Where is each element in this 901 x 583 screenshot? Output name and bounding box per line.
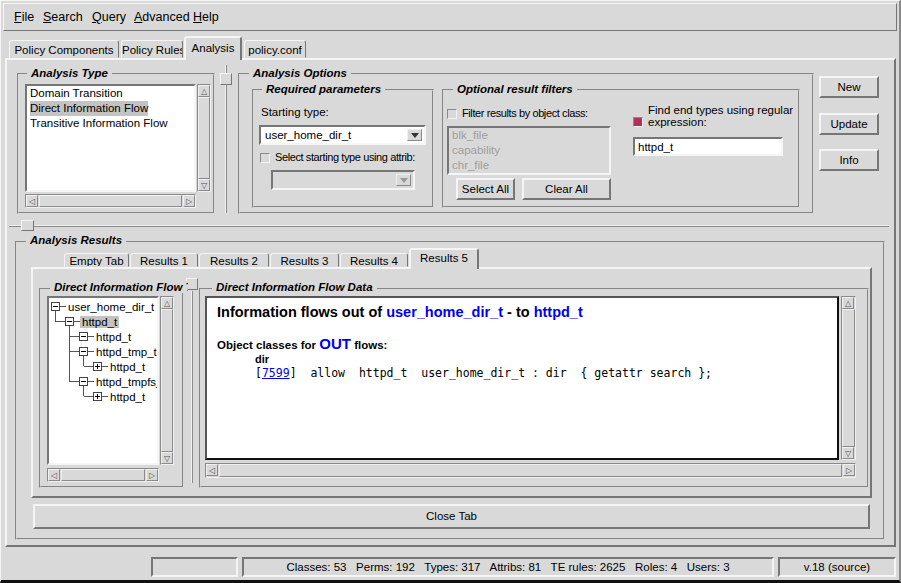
flow-heading: Information flows out of user_home_dir_t… [217, 304, 583, 320]
tab-results-5[interactable]: Results 5 [409, 248, 479, 269]
menu-file[interactable]: File [14, 10, 34, 24]
tree-node-label[interactable]: user_home_dir_t [66, 301, 156, 313]
collapse-icon[interactable] [65, 317, 74, 326]
menu-advanced[interactable]: Advanced [134, 10, 190, 24]
scroll-thumb[interactable] [39, 195, 182, 207]
pane-sash-handle[interactable] [220, 73, 232, 85]
flow-data-title: Direct Information Flow Data [212, 281, 377, 293]
regex-checkbox[interactable] [633, 117, 643, 127]
collapse-icon[interactable] [79, 332, 88, 341]
analysis-type-hscrollbar[interactable]: ◁ ▷ [25, 194, 196, 208]
menu-search[interactable]: Search [43, 10, 83, 24]
tree-node-label[interactable]: httpd_t [108, 361, 147, 373]
status-empty-segment [151, 557, 238, 577]
tab-results-4[interactable]: Results 4 [340, 253, 408, 267]
tab-policy-conf[interactable]: policy.conf [244, 40, 306, 58]
scroll-right-icon[interactable]: ▷ [146, 469, 158, 481]
rule-text: allow httpd_t user_home_dir_t : dir { ge… [297, 366, 712, 380]
scroll-thumb[interactable] [161, 309, 173, 452]
flow-data-text[interactable]: Information flows out of user_home_dir_t… [205, 296, 839, 460]
flow-data-vscrollbar[interactable]: △ ▽ [841, 296, 856, 460]
scroll-left-icon[interactable]: ◁ [48, 469, 60, 481]
pane-sash-horizontal[interactable] [9, 225, 889, 227]
tree-node[interactable]: httpd_t [93, 361, 147, 372]
tab-analysis[interactable]: Analysis [184, 36, 242, 60]
pane-sash-vertical[interactable] [225, 65, 227, 213]
tree-node-label[interactable]: httpd_t [94, 331, 133, 343]
tree-line [69, 326, 70, 382]
analysis-type-vscrollbar[interactable]: △ ▽ [197, 84, 211, 192]
attrib-checkbox-label: Select starting type using attrib: [275, 151, 415, 163]
expand-icon[interactable] [93, 392, 102, 401]
scroll-right-icon[interactable]: ▷ [183, 195, 195, 207]
scroll-up-icon[interactable]: △ [161, 297, 173, 309]
rule-number-link[interactable]: 7599 [262, 366, 290, 380]
tree-node[interactable]: httpd_t [65, 316, 119, 327]
heading-prefix: Information flows out of [217, 304, 386, 320]
collapse-icon[interactable] [51, 302, 60, 311]
tree-node[interactable]: httpd_tmpfs_t [79, 376, 159, 387]
tree-node[interactable]: httpd_t [93, 391, 147, 402]
analysis-type-listbox[interactable]: Domain Transition Direct Information Flo… [25, 84, 196, 192]
tab-empty-tab[interactable]: Empty Tab [64, 253, 129, 267]
select-all-button[interactable]: Select All [456, 178, 515, 200]
object-class-item: capability [449, 143, 609, 158]
info-button[interactable]: Info [819, 149, 879, 171]
tree-node[interactable]: httpd_tmp_t [79, 346, 159, 357]
object-class-listbox-disabled: blk_file capability chr_file [447, 126, 611, 175]
scroll-thumb[interactable] [219, 464, 842, 477]
scroll-right-icon[interactable]: ▷ [843, 464, 855, 476]
menu-query[interactable]: Query [92, 10, 126, 24]
expand-icon[interactable] [93, 362, 102, 371]
tab-results-1[interactable]: Results 1 [130, 253, 198, 267]
scroll-down-icon[interactable]: ▽ [198, 179, 210, 191]
chevron-down-icon [396, 174, 411, 186]
clear-all-button[interactable]: Clear All [522, 178, 611, 200]
regex-input[interactable] [635, 139, 781, 154]
tree-line [84, 396, 93, 397]
tree-node-label[interactable]: httpd_t [80, 316, 119, 328]
menubar: File Search Query Advanced Help [3, 3, 897, 31]
pane-sash-handle[interactable] [21, 220, 34, 231]
object-class-item: blk_file [449, 128, 609, 143]
list-item-domain-transition[interactable]: Domain Transition [27, 86, 194, 101]
attrib-checkbox[interactable] [260, 153, 270, 163]
chevron-down-icon[interactable] [407, 129, 422, 141]
heading-middle: - to [503, 304, 534, 320]
update-button[interactable]: Update [819, 113, 879, 135]
tree-node[interactable]: user_home_dir_t [51, 301, 156, 312]
tab-results-3[interactable]: Results 3 [270, 253, 339, 267]
list-item-direct-information-flow[interactable]: Direct Information Flow [30, 101, 148, 116]
scroll-thumb[interactable] [842, 309, 855, 447]
menu-help[interactable]: Help [193, 10, 219, 24]
flow-data-hscrollbar[interactable]: ◁ ▷ [205, 463, 856, 478]
list-item-transitive-information-flow[interactable]: Transitive Information Flow [27, 116, 194, 131]
scroll-down-icon[interactable]: ▽ [161, 452, 173, 464]
tab-policy-rules[interactable]: Policy Rules [121, 40, 183, 58]
scroll-down-icon[interactable]: ▽ [842, 447, 854, 459]
tab-results-2[interactable]: Results 2 [199, 253, 269, 267]
tree-node-label[interactable]: httpd_tmp_t [94, 346, 159, 358]
tree-node-label[interactable]: httpd_tmpfs_t [94, 376, 159, 388]
results-sash-vertical[interactable] [191, 291, 193, 483]
close-tab-button[interactable]: Close Tab [33, 504, 870, 529]
collapse-icon[interactable] [79, 377, 88, 386]
scroll-left-icon[interactable]: ◁ [26, 195, 38, 207]
scroll-thumb[interactable] [198, 97, 210, 179]
tree-node-label[interactable]: httpd_t [108, 391, 147, 403]
scroll-thumb[interactable] [61, 469, 145, 481]
filter-by-class-checkbox[interactable] [447, 109, 457, 119]
flow-tree-vscrollbar[interactable]: △ ▽ [160, 296, 174, 465]
collapse-icon[interactable] [79, 347, 88, 356]
scroll-left-icon[interactable]: ◁ [206, 464, 218, 476]
scroll-up-icon[interactable]: △ [198, 85, 210, 97]
tree-node[interactable]: httpd_t [79, 331, 133, 342]
flow-tree-hscrollbar[interactable]: ◁ ▷ [47, 468, 159, 482]
starting-type-combobox[interactable]: user_home_dir_t [259, 125, 426, 145]
tree-line [70, 351, 79, 352]
flow-tree[interactable]: user_home_dir_t httpd_t httpd_t httpd_tm… [47, 296, 159, 465]
scroll-up-icon[interactable]: △ [842, 297, 854, 309]
rule-bracket: [ [255, 366, 262, 380]
tab-policy-components[interactable]: Policy Components [9, 40, 119, 58]
new-button[interactable]: New [819, 76, 879, 98]
